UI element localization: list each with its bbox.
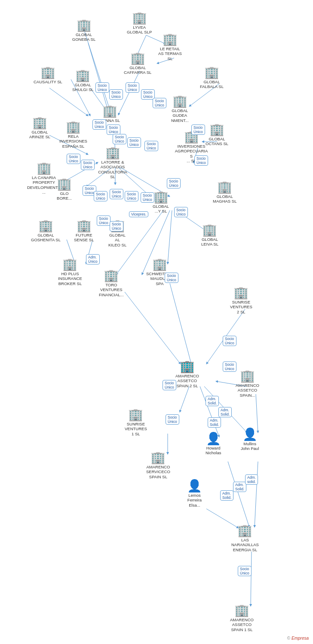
badge-socio-unico-11[interactable]: SocioÚnico [144,141,158,151]
badge-socio-unico-19[interactable]: SocioÚnico [141,192,154,203]
badge-socio-unico-8[interactable]: SocioÚnico [107,125,120,135]
node-global-shulgi[interactable]: 🏢 GLOBALSHULGI SL [72,70,94,92]
building-icon: 🏢 [217,181,232,193]
badge-adm-solid-6[interactable]: Adm.solid. [245,474,258,485]
node-label: CAUSALITY SL [34,79,62,84]
node-global-bore[interactable]: 🏢 GLOBORE... [57,178,72,201]
building-icon: 🏢 [172,95,187,107]
badge-socio-unico-21[interactable]: SocioÚnico [174,207,188,217]
node-global-leiva[interactable]: 🏢 GLOBALLEIVA SL [201,224,218,247]
node-le-retail[interactable]: 🏢 LE RETAILAS TERMASSL [158,33,182,61]
building-icon: 🏢 [240,370,255,382]
node-future-sense[interactable]: 🏢 FUTURESENSE SL [74,220,94,243]
building-icon: 🏢 [152,258,167,270]
badge-socio-unico-20[interactable]: SocioÚnico [167,178,181,188]
brand-name: Empresa [292,636,309,641]
node-sunrise-ventures2[interactable]: 🏢 SUNRISEVENTURES2 SL [230,287,252,314]
svg-line-19 [170,283,191,364]
node-amarenco-assetco-spain[interactable]: 🏢 AMARENCOASSETCOSPAIN... [236,370,259,398]
building-icon-highlight: 🏢 [180,361,195,373]
node-label: LemosFerreiraElsa... [187,493,202,507]
badge-adm-solid-1[interactable]: Adm.Solid. [206,396,219,406]
badge-adm-solid-2[interactable]: Adm.Solid. [218,407,232,417]
node-howard-nicholas[interactable]: 👤 HowardNicholas [206,433,221,456]
node-label: SUNRISEVENTURES1 SL [125,422,147,436]
badge-socio-unico-29[interactable]: SocioÚnico [238,566,252,576]
badge-socio-unico-22[interactable]: SocioÚnico [97,216,110,226]
badge-socio-unico-3[interactable]: SocioÚnico [126,82,139,93]
building-icon: 🏢 [57,178,72,190]
node-las-naranjillas[interactable]: 🏢 LASNARANJILLASENERGIA SL [231,525,259,552]
svg-line-20 [125,292,181,364]
node-lemos-ferreira[interactable]: 👤 LemosFerreiraElsa... [187,480,202,507]
badge-socio-unico-25[interactable]: SocioÚnico [223,336,236,346]
badge-vicepres-1[interactable]: Vicepres. [129,211,148,217]
node-latorre[interactable]: 🏢 LATORRE &ASOCIADOSCONSULTORIA SL [95,147,130,179]
building-icon: 🏢 [237,525,252,537]
node-rela-inversiones[interactable]: 🏢 RELAINVERSIONESESPAÑA SL [59,121,87,149]
node-global-caffarra[interactable]: 🏢 GLOBALCAFFARRA SL [124,52,151,75]
building-icon: 🏢 [150,452,166,464]
node-amarenco-assetco1[interactable]: 🏢 AMARENCOASSETCOSPAIN 1 SL [230,605,254,632]
node-label: GLOBALLEIVA SL [201,237,218,247]
building-icon: 🏢 [234,605,249,617]
badge-socio-unico-27[interactable]: SocioÚnico [163,380,176,390]
badge-socio-unico-7[interactable]: SocioÚnico [92,119,106,130]
node-causality[interactable]: 🏢 CAUSALITY SL [34,67,62,84]
badge-socio-unico-18[interactable]: SocioÚnico [125,191,138,201]
node-la-canaria[interactable]: 🏢 LA CANARIAPROPERTYDEVELOPMENTS... [27,162,61,195]
node-label: SUNRISEVENTURES2 SL [230,300,252,314]
building-icon: 🏢 [132,12,147,24]
building-icon: 🏢 [77,220,92,232]
node-amarenco-serviceco[interactable]: 🏢 AMARENCOSERVICECOSPAIN SL [146,452,170,479]
building-icon: 🏢 [77,19,92,31]
node-global-arinze[interactable]: 🏢 GLOBALARINZE SL [29,117,50,140]
badge-socio-unico-28[interactable]: SocioÚnico [166,414,179,425]
node-amarenco-assetco2[interactable]: 🏢 AMARENCOASSETCOSPAIN 2 SL [175,361,199,388]
node-global-goshenita[interactable]: 🏢 GLOBALGOSHENITA SL [31,220,61,243]
badge-adm-solid-4[interactable]: Adm.Solid. [233,482,246,492]
badge-socio-unico-9[interactable]: SocioÚnico [113,134,126,144]
node-global-gudea[interactable]: 🏢 GLOBALGUDEANMENT... [171,95,189,123]
badge-socio-unico-10[interactable]: SocioÚnico [127,137,141,148]
node-global-maghas[interactable]: 🏢 GLOBALMAGHAS SL [213,181,236,204]
person-icon: 👤 [242,428,258,440]
badge-socio-unico-26[interactable]: SocioÚnico [223,361,236,372]
node-global-y[interactable]: 🏢 GLOBAL...Y SL [153,191,169,214]
badge-adm-solid-5[interactable]: Adm.Solid. [220,490,233,501]
svg-line-23 [180,386,189,412]
badge-socio-unico-6[interactable]: SocioÚnico [191,125,205,135]
svg-line-25 [200,386,219,437]
badge-socio-unico-17[interactable]: SocioÚnico [110,189,123,199]
node-global-falbala[interactable]: 🏢 GLOBALFALBALA SL [200,67,224,89]
node-lyvea-global[interactable]: 🏢 LYVEAGLOBAL SLP [127,12,152,35]
node-global-goneba[interactable]: 🏢 GLOBAL GONEBA SL [67,19,101,42]
building-icon: 🏢 [32,117,47,129]
building-icon: 🏢 [153,191,169,203]
badge-adm-unico-1[interactable]: Adm.Único [86,254,100,264]
node-label: GLOBALGOSHENITA SL [31,233,61,243]
badge-socio-unico-13[interactable]: SocioÚnico [67,154,80,164]
node-hd-plus[interactable]: 🏢 HD PLUSINSURANCEBROKER SL [58,258,82,286]
node-sunrise-ventures1[interactable]: 🏢 SUNRISEVENTURES1 SL [125,409,147,436]
node-global-octans[interactable]: 🏢 GLOBALOCTANS SL [206,124,228,146]
node-toro-ventures[interactable]: 🏢 TOROVENTURESFINANCIAL... [99,270,124,297]
badge-socio-unico-2[interactable]: SocioÚnico [109,89,123,100]
building-icon: 🏢 [75,70,90,82]
node-label: LATORRE &ASOCIADOSCONSULTORIA SL [95,160,130,179]
badge-socio-unico-12[interactable]: SocioÚnico [194,155,208,166]
copyright: © Empresa [287,636,309,641]
node-label: AMARENCOASSETCOSPAIN 2 SL [175,374,199,388]
badge-socio-unico-16[interactable]: SocioÚnico [94,191,107,201]
building-icon: 🏢 [62,258,77,270]
badge-socio-unico-5[interactable]: SocioÚnico [153,98,166,108]
building-icon: 🏢 [204,67,219,79]
building-icon: 🏢 [163,33,178,46]
badge-socio-unico-24[interactable]: SocioÚnico [165,273,178,283]
node-mullins-john[interactable]: 👤 MullinsJohn Paul [241,428,259,451]
badge-socio-unico-23[interactable]: SocioÚnico [110,221,123,231]
badge-socio-unico-1[interactable]: SocioÚnico [95,82,109,93]
badge-socio-unico-14[interactable]: SocioÚnico [81,160,95,170]
badge-adm-solid-3[interactable]: Adm.Solid. [208,417,221,428]
node-label: GLOBAL GONEBA SL [67,32,101,42]
